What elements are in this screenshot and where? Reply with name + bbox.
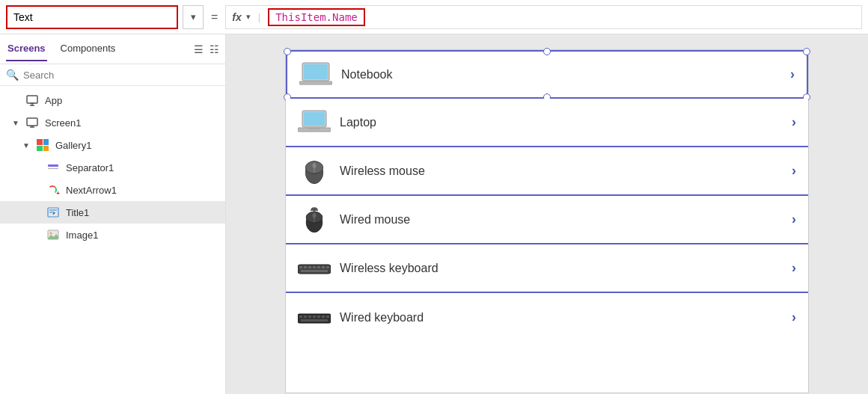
notebook-label: Notebook bbox=[341, 68, 781, 81]
svg-rect-35 bbox=[322, 266, 325, 268]
notebook-image bbox=[299, 60, 332, 90]
svg-rect-45 bbox=[326, 315, 329, 318]
tree-item-app[interactable]: App bbox=[0, 89, 225, 111]
svg-rect-41 bbox=[308, 315, 311, 318]
svg-rect-7 bbox=[48, 164, 58, 167]
svg-rect-15 bbox=[304, 64, 328, 79]
wireless-keyboard-arrow[interactable]: › bbox=[792, 260, 796, 276]
svg-rect-42 bbox=[313, 315, 316, 318]
svg-rect-20 bbox=[308, 128, 320, 129]
svg-rect-46 bbox=[301, 319, 328, 321]
wired-keyboard-label: Wired keyboard bbox=[340, 311, 783, 324]
sidebar-tab-icons: ☰ ☷ bbox=[194, 43, 219, 55]
svg-rect-29 bbox=[298, 265, 331, 274]
tree-label-gallery1: Gallery1 bbox=[55, 140, 91, 151]
svg-rect-44 bbox=[322, 315, 325, 318]
nextarrow-icon bbox=[46, 183, 60, 197]
wired-mouse-arrow[interactable]: › bbox=[792, 212, 796, 227]
handle-tr bbox=[803, 48, 810, 55]
gallery-row-wireless-keyboard[interactable]: Wireless keyboard › bbox=[286, 244, 808, 293]
canvas-area: Notebook › Laptop › Wireless mouse › bbox=[226, 34, 868, 394]
separator-icon bbox=[46, 161, 60, 174]
top-bar: ▾ = fx ▾ | ThisItem.Name bbox=[0, 0, 868, 34]
svg-rect-34 bbox=[317, 266, 320, 268]
wireless-mouse-arrow[interactable]: › bbox=[792, 163, 796, 179]
laptop-image bbox=[298, 108, 331, 138]
gallery-row-notebook[interactable]: Notebook › bbox=[286, 50, 808, 99]
svg-rect-33 bbox=[313, 266, 316, 268]
equals-separator: = bbox=[208, 10, 221, 24]
wireless-mouse-label: Wireless mouse bbox=[340, 164, 783, 178]
main-layout: Screens Components ☰ ☷ 🔍 App ▼ bbox=[0, 34, 868, 394]
property-dropdown[interactable]: ▾ bbox=[183, 5, 204, 29]
formula-chevron-icon[interactable]: ▾ bbox=[246, 12, 251, 22]
tree-item-gallery1[interactable]: ▼ Gallery1 bbox=[0, 134, 225, 156]
handle-tm bbox=[543, 48, 551, 55]
chevron-down-icon: ▼ bbox=[12, 119, 21, 127]
notebook-arrow[interactable]: › bbox=[790, 67, 795, 82]
tree-item-separator1[interactable]: Separator1 bbox=[0, 156, 225, 179]
gallery-row-wired-mouse[interactable]: Wired mouse › bbox=[286, 196, 808, 244]
wireless-mouse-image bbox=[298, 156, 331, 186]
wireless-keyboard-label: Wireless keyboard bbox=[340, 262, 783, 275]
tab-screens[interactable]: Screens bbox=[6, 37, 47, 61]
tree-item-title1[interactable]: Title1 bbox=[0, 201, 225, 224]
laptop-arrow[interactable]: › bbox=[792, 114, 796, 130]
tree-label-separator1: Separator1 bbox=[66, 162, 114, 173]
tree-label-image1: Image1 bbox=[66, 230, 98, 241]
svg-rect-4 bbox=[27, 118, 37, 126]
text-property-selector[interactable] bbox=[6, 5, 178, 29]
svg-rect-40 bbox=[304, 315, 307, 318]
wired-keyboard-arrow[interactable]: › bbox=[792, 310, 796, 325]
gallery-canvas: Notebook › Laptop › Wireless mouse › bbox=[285, 49, 809, 393]
screen-icon bbox=[25, 116, 39, 129]
svg-rect-36 bbox=[326, 266, 329, 268]
svg-rect-39 bbox=[299, 315, 302, 318]
svg-rect-32 bbox=[308, 266, 311, 268]
formula-bar-separator: | bbox=[258, 11, 260, 22]
tree-label-screen1: Screen1 bbox=[45, 117, 81, 129]
gallery-row-laptop[interactable]: Laptop › bbox=[286, 99, 808, 147]
fx-button[interactable]: fx bbox=[232, 11, 241, 23]
formula-bar[interactable]: fx ▾ | ThisItem.Name bbox=[225, 5, 862, 29]
tree-item-image1[interactable]: Image1 bbox=[0, 224, 225, 246]
formula-expression[interactable]: ThisItem.Name bbox=[268, 8, 365, 26]
search-bar[interactable]: 🔍 bbox=[0, 64, 225, 86]
gallery-icon bbox=[36, 138, 49, 152]
grid-view-icon[interactable]: ☷ bbox=[210, 43, 219, 55]
wired-mouse-image bbox=[298, 205, 331, 235]
svg-point-13 bbox=[50, 233, 52, 235]
tab-components[interactable]: Components bbox=[59, 37, 117, 61]
list-view-icon[interactable]: ☰ bbox=[194, 43, 204, 55]
svg-rect-37 bbox=[301, 270, 328, 272]
svg-rect-38 bbox=[298, 314, 331, 323]
search-input[interactable] bbox=[23, 70, 219, 81]
svg-rect-16 bbox=[299, 81, 332, 84]
svg-point-24 bbox=[313, 163, 317, 168]
tree-container: App ▼ Screen1 ▼ Gallery1 bbox=[0, 86, 225, 394]
svg-rect-0 bbox=[27, 96, 37, 103]
svg-point-28 bbox=[313, 213, 317, 218]
image-icon bbox=[46, 228, 60, 241]
tree-item-screen1[interactable]: ▼ Screen1 bbox=[0, 111, 225, 134]
laptop-label: Laptop bbox=[340, 116, 783, 129]
search-icon: 🔍 bbox=[6, 69, 19, 81]
chevron-down-icon: ▾ bbox=[191, 11, 196, 22]
handle-tl bbox=[284, 48, 291, 55]
title-icon bbox=[46, 206, 60, 219]
gallery-row-wireless-mouse[interactable]: Wireless mouse › bbox=[286, 147, 808, 196]
tree-label-app: App bbox=[45, 95, 62, 106]
svg-rect-30 bbox=[299, 266, 302, 268]
text-input[interactable] bbox=[13, 11, 148, 23]
svg-rect-31 bbox=[304, 266, 307, 268]
tree-label-title1: Title1 bbox=[66, 207, 89, 218]
chevron-down-icon: ▼ bbox=[22, 141, 31, 150]
app-icon bbox=[25, 93, 39, 107]
gallery-row-wired-keyboard[interactable]: Wired keyboard › bbox=[286, 293, 808, 342]
svg-rect-18 bbox=[304, 112, 325, 126]
sidebar: Screens Components ☰ ☷ 🔍 App ▼ bbox=[0, 34, 226, 394]
sidebar-tabs: Screens Components ☰ ☷ bbox=[0, 34, 225, 64]
tree-item-nextarrow1[interactable]: NextArrow1 bbox=[0, 179, 225, 201]
wireless-keyboard-image bbox=[298, 253, 331, 283]
wired-mouse-label: Wired mouse bbox=[340, 213, 783, 227]
